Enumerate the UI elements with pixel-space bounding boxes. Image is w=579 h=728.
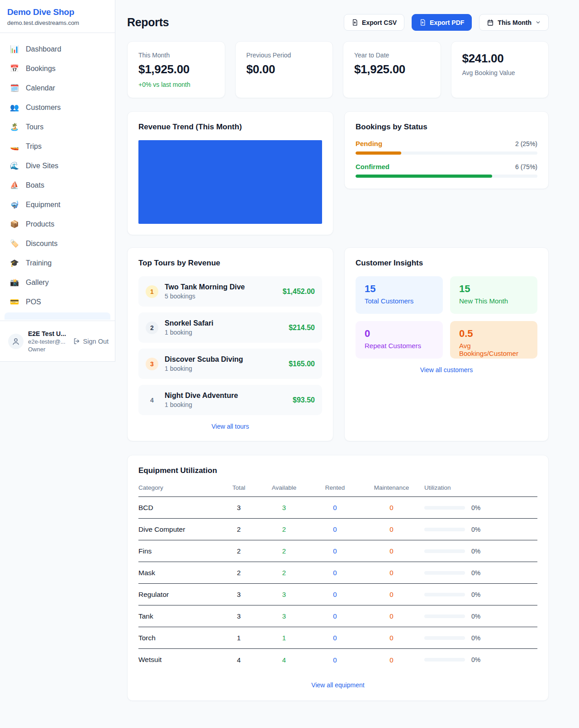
cell-maintenance: 0 (359, 569, 424, 577)
tour-amount: $93.50 (293, 396, 315, 404)
tour-row[interactable]: 4 Night Dive Adventure 1 booking $93.50 (138, 385, 322, 415)
insight-label: Avg Bookings/Customer (459, 342, 528, 357)
cell-category: Regulator (138, 591, 221, 599)
sidebar-item-reports-partial[interactable] (5, 312, 110, 320)
rank-badge: 2 (146, 321, 158, 334)
cell-rented: 0 (311, 656, 359, 664)
cell-utilization: 0% (471, 526, 480, 533)
sailboat-icon: ⛵ (9, 181, 20, 189)
status-bar-track (356, 151, 537, 155)
sign-out-label: Sign Out (83, 338, 109, 345)
view-all-tours-link[interactable]: View all tours (138, 423, 322, 430)
cell-category: Dive Computer (138, 525, 221, 534)
status-bar-fill (356, 151, 401, 155)
stat-label: Previous Period (247, 52, 322, 59)
sidebar-item-tours[interactable]: 🏝️ Tours (5, 117, 110, 137)
tour-row[interactable]: 3 Discover Scuba Diving 1 booking $165.0… (138, 349, 322, 379)
cell-available: 1 (257, 634, 311, 642)
cell-total: 2 (221, 569, 257, 577)
cell-maintenance: 0 (359, 612, 424, 620)
insight-value: 15 (459, 283, 528, 295)
sign-out-button[interactable]: Sign Out (73, 337, 109, 345)
cell-available: 2 (257, 525, 311, 533)
cell-total: 2 (221, 525, 257, 533)
sidebar: Demo Dive Shop demo.test.divestreams.com… (0, 0, 115, 362)
tour-name: Snorkel Safari (165, 319, 289, 327)
chevron-down-icon (535, 19, 541, 25)
utilization-bar (424, 658, 465, 662)
sidebar-item-training[interactable]: 🎓 Training (5, 253, 110, 273)
stat-card-previous-period: Previous Period $0.00 (235, 41, 333, 98)
insight-value: 0 (365, 328, 434, 340)
sidebar-item-boats[interactable]: ⛵ Boats (5, 175, 110, 195)
status-label: Pending (356, 140, 382, 147)
sidebar-item-label: Bookings (26, 65, 56, 73)
sign-out-icon (73, 337, 81, 345)
table-row: Torch 1 1 0 0 0% (138, 627, 537, 649)
export-csv-button[interactable]: Export CSV (344, 14, 404, 31)
cell-maintenance: 0 (359, 656, 424, 664)
sidebar-item-gallery[interactable]: 📸 Gallery (5, 273, 110, 292)
cell-rented: 0 (311, 547, 359, 555)
tour-row[interactable]: 2 Snorkel Safari 1 booking $214.50 (138, 312, 322, 343)
stat-value: $0.00 (247, 62, 322, 76)
stat-value: $241.00 (462, 52, 538, 66)
tour-list: 1 Two Tank Morning Dive 5 bookings $1,45… (138, 276, 322, 415)
sidebar-item-label: Calendar (26, 84, 55, 92)
stat-label: Year to Date (354, 52, 430, 59)
sidebar-item-products[interactable]: 📦 Products (5, 214, 110, 234)
package-icon: 📦 (9, 220, 20, 228)
sidebar-item-label: Trips (26, 142, 42, 151)
col-header-available: Available (257, 484, 311, 491)
cell-utilization: 0% (471, 548, 480, 555)
sidebar-item-calendar[interactable]: 🗓️ Calendar (5, 78, 110, 98)
tour-bookings: 1 booking (165, 365, 289, 372)
cell-rented: 0 (311, 634, 359, 642)
cell-available: 2 (257, 547, 311, 555)
cell-rented: 0 (311, 569, 359, 577)
cell-total: 3 (221, 612, 257, 620)
utilization-bar (424, 593, 465, 596)
status-row-confirmed: Confirmed 6 (75%) (356, 163, 537, 178)
table-row: Wetsuit 4 4 0 0 0% (138, 649, 537, 671)
cell-utilization: 0% (471, 634, 480, 642)
cell-total: 4 (221, 656, 257, 664)
page-title: Reports (127, 16, 169, 29)
sidebar-item-discounts[interactable]: 🏷️ Discounts (5, 234, 110, 253)
sidebar-item-pos[interactable]: 💳 POS (5, 292, 110, 312)
revenue-trend-card: Revenue Trend (This Month) (127, 111, 333, 235)
tour-row[interactable]: 1 Two Tank Morning Dive 5 bookings $1,45… (138, 276, 322, 307)
sidebar-item-dive-sites[interactable]: 🌊 Dive Sites (5, 156, 110, 175)
revenue-trend-title: Revenue Trend (This Month) (138, 123, 322, 132)
cell-category: Wetsuit (138, 656, 221, 664)
file-download-icon (351, 19, 358, 26)
sidebar-item-label: Tours (26, 123, 43, 131)
view-all-equipment-link[interactable]: View all equipment (138, 681, 537, 689)
insight-tile-avg-bookings: 0.5 Avg Bookings/Customer (450, 321, 537, 359)
table-row: BCD 3 3 0 0 0% (138, 497, 537, 519)
sidebar-item-label: Dashboard (26, 45, 61, 53)
export-pdf-button[interactable]: Export PDF (412, 14, 472, 31)
cell-utilization: 0% (471, 504, 480, 511)
equipment-utilization-title: Equipment Utilization (138, 466, 537, 475)
sidebar-item-trips[interactable]: 🚤 Trips (5, 137, 110, 156)
cell-category: Torch (138, 634, 221, 642)
table-row: Dive Computer 2 2 0 0 0% (138, 519, 537, 540)
view-all-customers-link[interactable]: View all customers (356, 366, 537, 373)
calendar-pad-icon: 🗓️ (9, 84, 20, 92)
sidebar-item-bookings[interactable]: 📅 Bookings (5, 59, 110, 78)
people-icon: 👥 (9, 103, 20, 112)
period-selector[interactable]: This Month (479, 14, 549, 31)
col-header-utilization: Utilization (424, 484, 537, 491)
cell-rented: 0 (311, 591, 359, 598)
insight-value: 15 (365, 283, 434, 295)
table-row: Fins 2 2 0 0 0% (138, 540, 537, 562)
sidebar-item-customers[interactable]: 👥 Customers (5, 98, 110, 117)
sidebar-item-label: Training (26, 259, 52, 267)
tour-bookings: 1 booking (165, 401, 293, 408)
cell-maintenance: 0 (359, 504, 424, 511)
sidebar-item-equipment[interactable]: 🤿 Equipment (5, 195, 110, 214)
stat-label: Avg Booking Value (462, 69, 538, 76)
sidebar-item-dashboard[interactable]: 📊 Dashboard (5, 39, 110, 59)
main-content: Reports Export CSV Export PDF This Month (127, 14, 549, 701)
